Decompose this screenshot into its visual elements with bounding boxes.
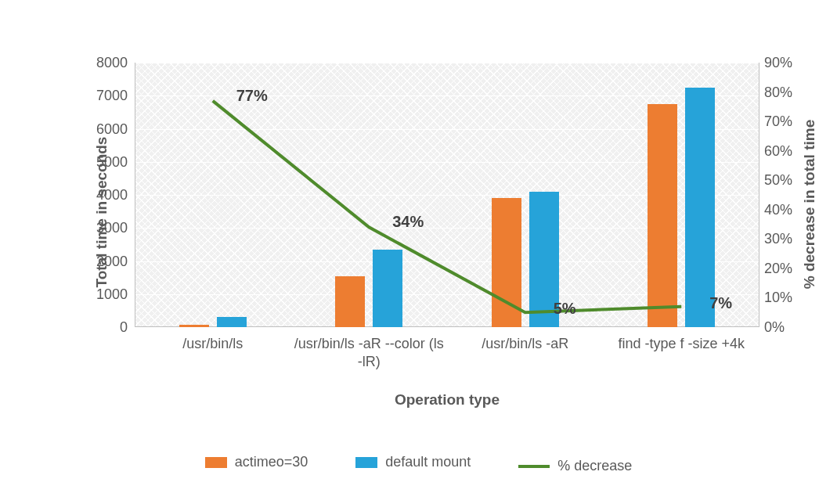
x-tick-label: /usr/bin/ls -aR: [447, 335, 604, 353]
line-data-label: 77%: [236, 87, 268, 105]
y-tick-label: 5000: [81, 153, 128, 170]
y2-tick-label: 30%: [764, 231, 792, 247]
line-data-label: 7%: [709, 294, 732, 312]
combo-chart: Total time in seconds % decrease in tota…: [0, 0, 837, 504]
y2-tick-label: 0%: [764, 319, 785, 336]
legend-item-pctdecrease: % decrease: [518, 458, 632, 474]
legend-label: default mount: [385, 454, 471, 470]
legend-item-default: default mount: [355, 454, 471, 470]
line-data-label: 34%: [392, 213, 424, 231]
y2-tick-label: 60%: [764, 142, 792, 159]
y2-tick-label: 70%: [764, 113, 792, 130]
y-tick-label: 3000: [81, 220, 128, 236]
y-tick-label: 1000: [81, 286, 128, 302]
line-data-label: 5%: [554, 300, 576, 318]
x-tick-label: /usr/bin/ls -aR --color (ls -lR): [291, 335, 448, 370]
y-tick-label: 7000: [81, 88, 128, 104]
y2-tick-label: 80%: [764, 84, 792, 100]
plot-area: 77%34%5%7%: [135, 63, 759, 327]
y-tick-label: 8000: [81, 55, 128, 71]
y2-tick-label: 20%: [764, 260, 792, 276]
y-axis-title: Total time in seconds: [93, 110, 110, 314]
legend: actimeo=30 default mount % decrease: [0, 454, 837, 474]
y2-tick-label: 50%: [764, 172, 792, 189]
y-tick-label: 6000: [81, 121, 128, 137]
legend-swatch-orange: [205, 457, 227, 468]
y-tick-label: 2000: [81, 253, 128, 269]
y2-tick-label: 40%: [764, 201, 792, 218]
x-axis-title: Operation type: [135, 391, 759, 409]
legend-item-actimeo: actimeo=30: [205, 454, 308, 470]
y2-tick-label: 10%: [764, 290, 792, 306]
legend-swatch-blue: [355, 457, 377, 468]
legend-label: % decrease: [557, 458, 632, 474]
y-tick-label: 0: [81, 319, 128, 336]
y-tick-label: 4000: [81, 187, 128, 203]
y2-tick-label: 90%: [764, 55, 792, 71]
legend-label: actimeo=30: [235, 454, 308, 470]
gridline: [135, 327, 759, 328]
y2-axis-title: % decrease in total time: [801, 99, 818, 310]
x-tick-label: /usr/bin/ls: [135, 335, 291, 353]
line-layer: [135, 63, 759, 327]
legend-line-icon: [518, 465, 550, 468]
pct-decrease-line: [213, 101, 682, 312]
x-tick-label: find -type f -size +4k: [604, 335, 760, 353]
